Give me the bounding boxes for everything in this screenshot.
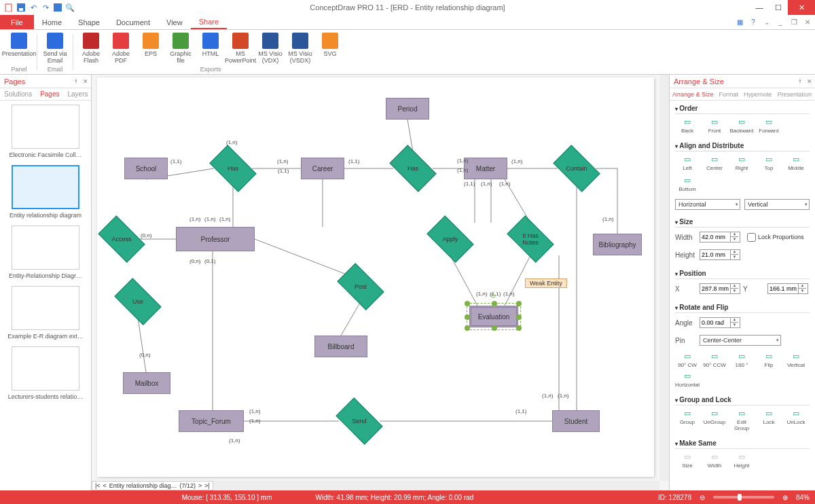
collapse-ribbon-icon[interactable]: ⌄ <box>762 18 772 27</box>
page-thumbnail[interactable]: Example E-R diagram ext… <box>4 286 87 340</box>
tool-lock[interactable]: ▭Lock <box>757 408 781 431</box>
tool-right[interactable]: ▭Right <box>729 154 754 171</box>
page-thumbnail[interactable]: Electronic Facsimile Coll… <box>4 105 87 158</box>
spin-down[interactable]: ▼ <box>798 289 806 294</box>
entity-professor[interactable]: Professor <box>176 227 255 251</box>
subtab-hypernote[interactable]: Hypernote <box>741 88 775 100</box>
tool-edit-group[interactable]: ▭Edit Group <box>729 408 754 431</box>
sheet-tabstrip[interactable]: |< < Entity relationship diag… (7/12) > … <box>92 481 213 490</box>
vertical-scrollbar[interactable] <box>659 75 669 481</box>
spinner[interactable]: ▲▼ <box>767 283 808 294</box>
panel-pin-icon[interactable]: ⫯ <box>72 77 80 86</box>
spinner-input[interactable] <box>700 319 730 326</box>
spin-down[interactable]: ▼ <box>730 237 738 242</box>
qat-save2-icon[interactable] <box>52 2 63 13</box>
tool-height[interactable]: ▭Height <box>729 452 754 469</box>
canvas[interactable]: PeriodSchoolCareerMatterProfessorBillboa… <box>97 77 654 477</box>
tab-shape[interactable]: Shape <box>70 15 108 29</box>
spin-down[interactable]: ▼ <box>730 289 738 294</box>
tool-horizontal[interactable]: ▭Horizontal <box>675 371 700 388</box>
tab-document[interactable]: Document <box>108 15 158 29</box>
spin-up[interactable]: ▲ <box>798 283 806 289</box>
tool-middle[interactable]: ▭Middle <box>784 154 808 171</box>
section-header[interactable]: Rotate and Flip <box>675 302 810 313</box>
spinner[interactable]: ▲▼ <box>700 232 740 242</box>
qat-new-icon[interactable] <box>3 2 14 13</box>
sheet-nav-next[interactable]: > <box>198 482 202 489</box>
entity-student[interactable]: Student <box>552 410 600 432</box>
status-zoom-out-icon[interactable]: ⊖ <box>700 494 705 501</box>
tool-backward[interactable]: ▭Backward <box>729 117 754 134</box>
tool-center[interactable]: ▭Center <box>702 154 727 171</box>
sheet-tab-label[interactable]: Entity relationship diag… <box>109 482 177 489</box>
subtab-layers[interactable]: Layers <box>64 88 92 100</box>
tool-front[interactable]: ▭Front <box>702 117 727 134</box>
distribute-horizontal-dropdown[interactable]: Horizontal <box>675 199 740 210</box>
status-zoom-in-icon[interactable]: ⊕ <box>782 494 788 501</box>
sheet-nav-last[interactable]: >| <box>204 482 210 489</box>
spinner[interactable]: ▲▼ <box>700 317 740 328</box>
section-header[interactable]: Group and Lock <box>675 395 810 406</box>
tool-width[interactable]: ▭Width <box>702 452 727 469</box>
tool-90°-cw[interactable]: ▭90° CW <box>675 351 700 368</box>
minimize-button[interactable]: — <box>750 0 769 15</box>
spin-up[interactable]: ▲ <box>730 249 738 255</box>
ribbon-item[interactable]: MS Visio (VDX) <box>257 31 284 64</box>
page-thumbnail[interactable]: Entity-Relationship Diagr… <box>4 226 87 279</box>
tab-share[interactable]: Share <box>191 15 227 29</box>
arrange-panel-pin-icon[interactable]: ⫯ <box>796 77 804 86</box>
sheet-nav-prev[interactable]: < <box>103 482 107 489</box>
section-header[interactable]: Size <box>675 217 810 228</box>
tool-back[interactable]: ▭Back <box>675 117 700 134</box>
spinner[interactable]: ▲▼ <box>700 283 740 294</box>
cloud-icon[interactable]: ▦ <box>735 18 744 27</box>
ribbon-item[interactable]: Send via Email <box>41 31 69 64</box>
ribbon-item[interactable]: SVG <box>316 31 344 64</box>
arrange-panel-close-icon[interactable]: ✕ <box>805 77 814 86</box>
ribbon-item[interactable]: MS PowerPoint <box>227 31 254 64</box>
subtab-format[interactable]: Format <box>717 88 742 100</box>
subtab-presentation[interactable]: Presentation <box>775 88 815 100</box>
tool-unlock[interactable]: ▭UnLock <box>784 408 808 431</box>
qat-undo-icon[interactable]: ↶ <box>28 2 39 13</box>
spinner-input[interactable] <box>700 285 730 292</box>
ribbon-item[interactable]: HTML <box>197 31 224 64</box>
selection-handles[interactable] <box>467 303 521 330</box>
panel-close-icon[interactable]: ✕ <box>82 77 90 86</box>
maximize-button[interactable]: ☐ <box>769 0 788 15</box>
pin-dropdown[interactable]: Center-Center <box>700 335 781 346</box>
entity-career[interactable]: Career <box>301 158 344 179</box>
tool-vertical[interactable]: ▭Vertical <box>784 351 808 368</box>
spin-up[interactable]: ▲ <box>730 317 738 323</box>
distribute-vertical-dropdown[interactable]: Vertical <box>744 199 810 210</box>
section-header[interactable]: Align and Distribute <box>675 141 810 151</box>
tool-left[interactable]: ▭Left <box>675 154 700 171</box>
tool-ungroup[interactable]: ▭UnGroup <box>702 408 727 431</box>
entity-topic[interactable]: Topic_Forum <box>179 410 244 432</box>
spinner[interactable]: ▲▼ <box>700 249 740 260</box>
page-thumbnail[interactable]: Entity relationship diagram <box>4 165 87 219</box>
tab-home[interactable]: Home <box>34 15 70 29</box>
tool-180-°[interactable]: ▭180 ° <box>729 351 754 368</box>
entity-period[interactable]: Period <box>386 98 429 120</box>
mdi-min-icon[interactable]: _ <box>776 18 785 27</box>
zoom-slider[interactable] <box>713 496 774 499</box>
tool-forward[interactable]: ▭Forward <box>757 117 781 134</box>
spinner-input[interactable] <box>700 234 730 240</box>
spin-up[interactable]: ▲ <box>730 283 738 289</box>
tool-top[interactable]: ▭Top <box>757 154 781 171</box>
tool-group[interactable]: ▭Group <box>675 408 700 431</box>
mdi-restore-icon[interactable]: ❐ <box>789 18 799 27</box>
section-header[interactable]: Make Same <box>675 438 810 449</box>
subtab-solutions[interactable]: Solutions <box>0 88 36 100</box>
section-header[interactable]: Order <box>675 103 810 114</box>
subtab-pages[interactable]: Pages <box>36 88 63 100</box>
tool-size[interactable]: ▭Size <box>675 452 700 469</box>
spin-down[interactable]: ▼ <box>730 255 738 260</box>
spin-up[interactable]: ▲ <box>730 232 738 237</box>
qat-redo-icon[interactable]: ↷ <box>40 2 51 13</box>
ribbon-item[interactable]: Adobe Flash <box>77 31 105 64</box>
mdi-close-icon[interactable]: ✕ <box>803 18 812 27</box>
ribbon-item[interactable]: MS Visio (VSDX) <box>287 31 314 64</box>
entity-school[interactable]: School <box>124 158 168 179</box>
